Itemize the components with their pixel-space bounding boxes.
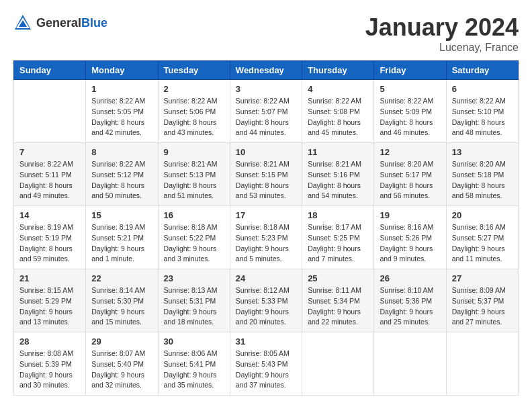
day-number: 28 bbox=[19, 336, 80, 347]
calendar-cell: 2Sunrise: 8:22 AMSunset: 5:06 PMDaylight… bbox=[158, 80, 230, 143]
calendar-cell: 13Sunrise: 8:20 AMSunset: 5:18 PMDayligh… bbox=[446, 143, 518, 206]
day-info: Sunrise: 8:22 AMSunset: 5:09 PMDaylight:… bbox=[380, 96, 440, 138]
day-info: Sunrise: 8:20 AMSunset: 5:18 PMDaylight:… bbox=[452, 159, 513, 201]
calendar-cell: 12Sunrise: 8:20 AMSunset: 5:17 PMDayligh… bbox=[374, 143, 446, 206]
day-number: 3 bbox=[236, 84, 296, 94]
calendar-cell: 24Sunrise: 8:12 AMSunset: 5:33 PMDayligh… bbox=[230, 269, 302, 332]
calendar-cell: 19Sunrise: 8:16 AMSunset: 5:26 PMDayligh… bbox=[374, 206, 446, 269]
location-title: Lucenay, France bbox=[365, 42, 519, 54]
calendar-cell: 26Sunrise: 8:10 AMSunset: 5:36 PMDayligh… bbox=[374, 269, 446, 332]
day-number: 26 bbox=[380, 273, 440, 283]
day-number: 27 bbox=[452, 273, 513, 283]
header-day-sunday: Sunday bbox=[14, 61, 86, 80]
day-number: 2 bbox=[164, 84, 224, 94]
calendar-cell: 11Sunrise: 8:21 AMSunset: 5:16 PMDayligh… bbox=[302, 143, 374, 206]
title-area: January 2024 Lucenay, France bbox=[365, 13, 519, 54]
day-info: Sunrise: 8:22 AMSunset: 5:12 PMDaylight:… bbox=[91, 159, 152, 201]
week-row-5: 28Sunrise: 8:08 AMSunset: 5:39 PMDayligh… bbox=[14, 332, 519, 396]
calendar-cell bbox=[446, 332, 518, 396]
day-number: 1 bbox=[91, 84, 152, 94]
day-number: 17 bbox=[236, 210, 296, 220]
day-info: Sunrise: 8:11 AMSunset: 5:34 PMDaylight:… bbox=[308, 285, 368, 328]
calendar-cell: 23Sunrise: 8:13 AMSunset: 5:31 PMDayligh… bbox=[158, 269, 230, 332]
day-number: 20 bbox=[452, 210, 513, 220]
calendar-cell: 7Sunrise: 8:22 AMSunset: 5:11 PMDaylight… bbox=[14, 143, 86, 206]
calendar-cell: 3Sunrise: 8:22 AMSunset: 5:07 PMDaylight… bbox=[230, 80, 302, 143]
day-info: Sunrise: 8:16 AMSunset: 5:26 PMDaylight:… bbox=[380, 222, 440, 265]
day-info: Sunrise: 8:19 AMSunset: 5:21 PMDaylight:… bbox=[91, 222, 152, 265]
day-info: Sunrise: 8:08 AMSunset: 5:39 PMDaylight:… bbox=[19, 349, 80, 391]
day-number: 31 bbox=[236, 336, 296, 347]
header-day-thursday: Thursday bbox=[302, 61, 374, 80]
day-info: Sunrise: 8:16 AMSunset: 5:27 PMDaylight:… bbox=[452, 222, 513, 265]
day-number: 4 bbox=[308, 84, 368, 94]
logo-general-text: General bbox=[36, 16, 81, 30]
day-number: 29 bbox=[91, 336, 152, 347]
calendar-cell: 15Sunrise: 8:19 AMSunset: 5:21 PMDayligh… bbox=[86, 206, 158, 269]
calendar-cell: 9Sunrise: 8:21 AMSunset: 5:13 PMDaylight… bbox=[158, 143, 230, 206]
day-info: Sunrise: 8:19 AMSunset: 5:19 PMDaylight:… bbox=[19, 222, 80, 265]
day-number: 14 bbox=[19, 210, 80, 220]
calendar-cell: 30Sunrise: 8:06 AMSunset: 5:41 PMDayligh… bbox=[158, 332, 230, 396]
calendar-cell: 4Sunrise: 8:22 AMSunset: 5:08 PMDaylight… bbox=[302, 80, 374, 143]
calendar-cell: 5Sunrise: 8:22 AMSunset: 5:09 PMDaylight… bbox=[374, 80, 446, 143]
header-day-monday: Monday bbox=[86, 61, 158, 80]
day-info: Sunrise: 8:14 AMSunset: 5:30 PMDaylight:… bbox=[91, 285, 152, 328]
calendar-cell: 16Sunrise: 8:18 AMSunset: 5:22 PMDayligh… bbox=[158, 206, 230, 269]
day-info: Sunrise: 8:22 AMSunset: 5:10 PMDaylight:… bbox=[452, 96, 513, 138]
day-info: Sunrise: 8:07 AMSunset: 5:40 PMDaylight:… bbox=[91, 349, 152, 391]
day-info: Sunrise: 8:21 AMSunset: 5:15 PMDaylight:… bbox=[236, 159, 296, 201]
day-number: 11 bbox=[308, 147, 368, 157]
calendar-table: SundayMondayTuesdayWednesdayThursdayFrid… bbox=[13, 60, 519, 396]
week-row-4: 21Sunrise: 8:15 AMSunset: 5:29 PMDayligh… bbox=[14, 269, 519, 332]
calendar-cell: 28Sunrise: 8:08 AMSunset: 5:39 PMDayligh… bbox=[14, 332, 86, 396]
month-title: January 2024 bbox=[365, 13, 519, 42]
day-info: Sunrise: 8:12 AMSunset: 5:33 PMDaylight:… bbox=[236, 285, 296, 328]
day-number: 5 bbox=[380, 84, 440, 94]
header-day-saturday: Saturday bbox=[446, 61, 518, 80]
day-info: Sunrise: 8:15 AMSunset: 5:29 PMDaylight:… bbox=[19, 285, 80, 328]
calendar-cell: 17Sunrise: 8:18 AMSunset: 5:23 PMDayligh… bbox=[230, 206, 302, 269]
day-number: 10 bbox=[236, 147, 296, 157]
calendar-cell: 21Sunrise: 8:15 AMSunset: 5:29 PMDayligh… bbox=[14, 269, 86, 332]
day-info: Sunrise: 8:17 AMSunset: 5:25 PMDaylight:… bbox=[308, 222, 368, 265]
days-header-row: SundayMondayTuesdayWednesdayThursdayFrid… bbox=[14, 61, 519, 80]
week-row-3: 14Sunrise: 8:19 AMSunset: 5:19 PMDayligh… bbox=[14, 206, 519, 269]
calendar-cell: 25Sunrise: 8:11 AMSunset: 5:34 PMDayligh… bbox=[302, 269, 374, 332]
calendar-cell bbox=[374, 332, 446, 396]
day-number: 9 bbox=[164, 147, 224, 157]
day-number: 18 bbox=[308, 210, 368, 220]
day-number: 25 bbox=[308, 273, 368, 283]
day-number: 19 bbox=[380, 210, 440, 220]
day-number: 21 bbox=[19, 273, 80, 283]
header-day-wednesday: Wednesday bbox=[230, 61, 302, 80]
calendar-cell: 27Sunrise: 8:09 AMSunset: 5:37 PMDayligh… bbox=[446, 269, 518, 332]
day-info: Sunrise: 8:22 AMSunset: 5:06 PMDaylight:… bbox=[164, 96, 224, 138]
day-number: 15 bbox=[91, 210, 152, 220]
day-info: Sunrise: 8:21 AMSunset: 5:13 PMDaylight:… bbox=[164, 159, 224, 201]
day-number: 16 bbox=[164, 210, 224, 220]
day-number: 22 bbox=[91, 273, 152, 283]
calendar-cell bbox=[14, 80, 86, 143]
day-number: 30 bbox=[164, 336, 224, 347]
calendar-cell: 8Sunrise: 8:22 AMSunset: 5:12 PMDaylight… bbox=[86, 143, 158, 206]
day-number: 7 bbox=[19, 147, 80, 157]
calendar-cell: 6Sunrise: 8:22 AMSunset: 5:10 PMDaylight… bbox=[446, 80, 518, 143]
day-number: 6 bbox=[452, 84, 513, 94]
day-info: Sunrise: 8:18 AMSunset: 5:22 PMDaylight:… bbox=[164, 222, 224, 265]
day-number: 8 bbox=[91, 147, 152, 157]
day-info: Sunrise: 8:09 AMSunset: 5:37 PMDaylight:… bbox=[452, 285, 513, 328]
day-number: 24 bbox=[236, 273, 296, 283]
day-info: Sunrise: 8:05 AMSunset: 5:43 PMDaylight:… bbox=[236, 349, 296, 391]
day-info: Sunrise: 8:22 AMSunset: 5:07 PMDaylight:… bbox=[236, 96, 296, 138]
day-info: Sunrise: 8:20 AMSunset: 5:17 PMDaylight:… bbox=[380, 159, 440, 201]
calendar-cell: 18Sunrise: 8:17 AMSunset: 5:25 PMDayligh… bbox=[302, 206, 374, 269]
week-row-1: 1Sunrise: 8:22 AMSunset: 5:05 PMDaylight… bbox=[14, 80, 519, 143]
day-info: Sunrise: 8:21 AMSunset: 5:16 PMDaylight:… bbox=[308, 159, 368, 201]
calendar-cell: 1Sunrise: 8:22 AMSunset: 5:05 PMDaylight… bbox=[86, 80, 158, 143]
logo-icon bbox=[13, 13, 32, 32]
day-number: 23 bbox=[164, 273, 224, 283]
day-info: Sunrise: 8:22 AMSunset: 5:05 PMDaylight:… bbox=[91, 96, 152, 138]
logo-blue-text: Blue bbox=[81, 16, 107, 30]
day-info: Sunrise: 8:22 AMSunset: 5:08 PMDaylight:… bbox=[308, 96, 368, 138]
